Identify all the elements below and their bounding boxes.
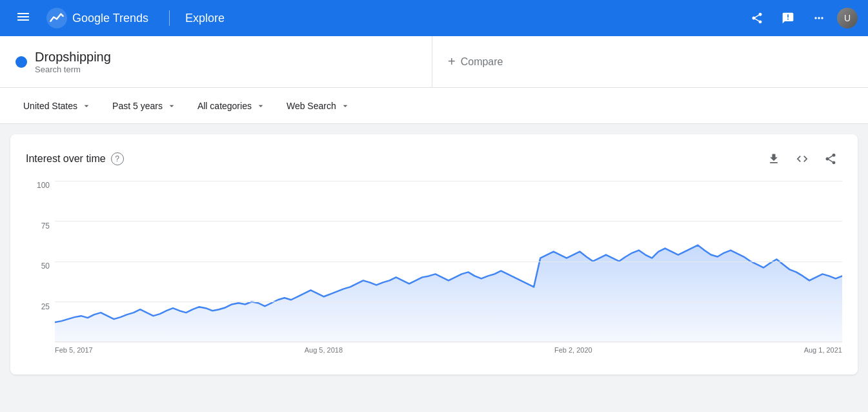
y-label-100: 100 [26, 181, 55, 190]
category-label: All categories [197, 101, 252, 111]
y-label-75: 75 [26, 221, 55, 231]
menu-icon[interactable] [10, 4, 36, 33]
compare-label: Compare [461, 56, 503, 68]
x-label-feb2017: Feb 5, 2017 [55, 346, 93, 354]
feedback-button[interactable] [775, 5, 801, 31]
y-label-25: 25 [26, 302, 55, 311]
google-trends-logo[interactable]: Google Trends [46, 8, 148, 28]
search-dot [15, 56, 27, 68]
region-label: United States [23, 101, 77, 111]
search-term-name[interactable]: Dropshipping [35, 50, 111, 65]
card-actions [762, 147, 842, 170]
grid-line-100 [55, 181, 842, 181]
avatar-image: U [837, 8, 858, 28]
search-type-filter[interactable]: Web Search [279, 96, 358, 116]
share-button[interactable] [744, 5, 770, 31]
card-header: Interest over time ? [26, 147, 842, 170]
filter-bar: United States Past 5 years All categorie… [0, 88, 868, 124]
x-axis: Feb 5, 2017 Aug 5, 2018 Feb 2, 2020 Aug … [55, 342, 842, 362]
region-filter[interactable]: United States [15, 96, 99, 116]
search-term-text: Dropshipping Search term [35, 50, 111, 74]
header-icons: U [744, 5, 858, 31]
header: Google Trends Explore U [0, 0, 868, 36]
grid-line-50 [55, 262, 842, 262]
x-label-aug2018: Aug 5, 2018 [305, 346, 343, 354]
chart-inner [55, 181, 842, 342]
apps-button[interactable] [806, 5, 832, 31]
time-range-filter[interactable]: Past 5 years [105, 96, 185, 116]
chart-area: 100 75 50 25 [26, 181, 842, 362]
x-label-feb2020: Feb 2, 2020 [554, 346, 592, 354]
help-icon[interactable]: ? [111, 152, 124, 165]
header-divider [169, 10, 170, 26]
embed-button[interactable] [791, 147, 814, 170]
time-range-label: Past 5 years [112, 101, 163, 111]
grid-line-25 [55, 302, 842, 302]
download-button[interactable] [762, 147, 785, 170]
search-term-box: Dropshipping Search term [0, 36, 432, 87]
search-type-label: Web Search [287, 101, 336, 111]
search-term-type: Search term [35, 65, 111, 74]
logo-text: Google Trends [72, 12, 148, 25]
y-axis: 100 75 50 25 [26, 181, 55, 342]
search-area: Dropshipping Search term + Compare [0, 36, 868, 88]
page-title: Explore [185, 12, 225, 25]
interest-over-time-card: Interest over time ? [10, 134, 858, 375]
main-content: Interest over time ? [0, 124, 868, 385]
y-label-50: 50 [26, 262, 55, 271]
compare-box[interactable]: + Compare [432, 36, 868, 87]
category-filter[interactable]: All categories [190, 96, 274, 116]
card-title-group: Interest over time ? [26, 152, 124, 165]
avatar[interactable]: U [837, 8, 858, 28]
share-chart-button[interactable] [819, 147, 842, 170]
card-title: Interest over time [26, 153, 106, 165]
compare-plus-icon: + [448, 54, 456, 69]
grid-line-75 [55, 221, 842, 221]
x-label-aug2021: Aug 1, 2021 [804, 346, 842, 354]
